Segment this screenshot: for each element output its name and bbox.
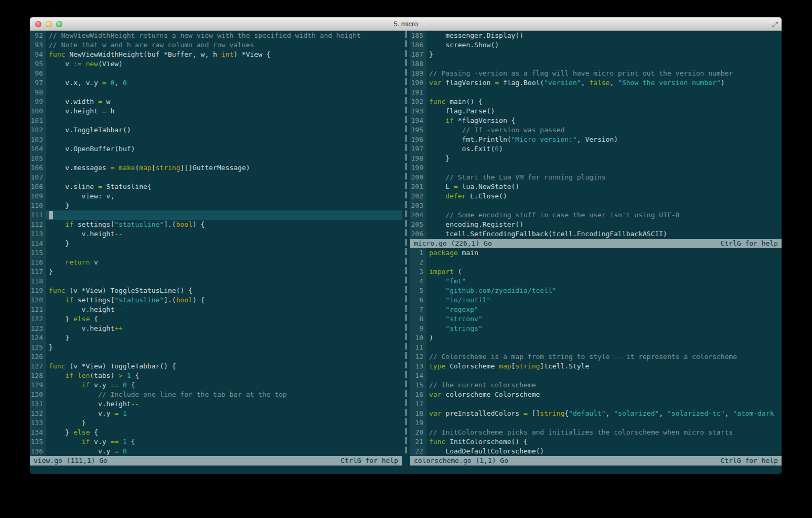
code-line[interactable]: 135 if v.y == 1 {	[30, 437, 402, 447]
code-line[interactable]: 105	[30, 154, 402, 163]
command-line[interactable]	[30, 466, 782, 474]
code-line[interactable]: 199	[410, 163, 782, 173]
code-line[interactable]: 4 "fmt"	[410, 277, 782, 286]
code-token: map	[499, 362, 511, 370]
code-line[interactable]: 195 // If -version was passed	[410, 125, 782, 135]
code-line[interactable]: 187}	[410, 50, 782, 59]
code-line[interactable]: 189// Passing -version as a flag will ha…	[410, 69, 782, 78]
code-line[interactable]: 185 messenger.Display()	[410, 31, 782, 40]
pane-micro-go[interactable]: 185 messenger.Display()186 screen.Show()…	[410, 31, 782, 248]
code-line[interactable]: 115	[30, 248, 402, 258]
code-line[interactable]: 113 v.height--	[30, 229, 402, 239]
code-line[interactable]: 188	[410, 59, 782, 69]
code-line[interactable]: 110 }	[30, 201, 402, 210]
code-line[interactable]: 21func InitColorscheme() {	[410, 437, 782, 447]
code-line[interactable]: 94func NewViewWidthHeight(buf *Buffer, w…	[30, 50, 402, 59]
code-line[interactable]: 100 v.height = h	[30, 107, 402, 116]
code-line[interactable]: 13type Colorscheme map[string]tcell.Styl…	[410, 362, 782, 371]
code-line[interactable]: 104 v.OpenBuffer(buf)	[30, 144, 402, 154]
code-line[interactable]: 136 v.y = 0	[30, 447, 402, 456]
pane-divider[interactable]	[402, 31, 410, 466]
code-line[interactable]: 6 "io/ioutil"	[410, 295, 782, 305]
code-line[interactable]: 112 if settings["statusline"].(bool) {	[30, 220, 402, 229]
code-line[interactable]: 201 L = lua.NewState()	[410, 182, 782, 192]
code-line[interactable]: 19	[410, 418, 782, 428]
code-line[interactable]: 93// Note that w and h are raw column an…	[30, 40, 402, 50]
code-line[interactable]: 186 screen.Show()	[410, 40, 782, 50]
code-line[interactable]: 120 if settings["statusline"].(bool) {	[30, 295, 402, 305]
code-line[interactable]: 193 flag.Parse()	[410, 107, 782, 116]
code-line[interactable]: 18var preInstalledColors = []string{"def…	[410, 409, 782, 418]
code-line[interactable]: 17	[410, 399, 782, 409]
code-line[interactable]: 196 fmt.Println("Micro version:", Versio…	[410, 135, 782, 144]
code-line[interactable]: 10)	[410, 333, 782, 343]
code-line[interactable]: 118	[30, 277, 402, 286]
code-line[interactable]: 117}	[30, 267, 402, 277]
code-line[interactable]: 98	[30, 88, 402, 97]
code-line[interactable]: 109 view: v,	[30, 192, 402, 201]
code-line[interactable]: 132 v.y = 1	[30, 409, 402, 418]
code-line[interactable]: 129 if v.y == 0 {	[30, 380, 402, 390]
pane-view-go[interactable]: 92// NewViewWidthHeight returns a new vi…	[30, 31, 402, 466]
code-line[interactable]: 123 v.height++	[30, 324, 402, 333]
code-line[interactable]: 202 defer L.Close()	[410, 192, 782, 201]
code-line[interactable]: 128 if len(tabs) > 1 {	[30, 371, 402, 380]
code-line[interactable]: 99 v.width = w	[30, 97, 402, 107]
code-line[interactable]: 103	[30, 135, 402, 144]
code-line[interactable]: 119func (v *View) ToggleStatusLine() {	[30, 286, 402, 295]
resize-icon[interactable]: ⤢	[772, 19, 778, 29]
code-line[interactable]: 102 v.ToggleTabbar()	[30, 125, 402, 135]
code-line[interactable]: 92// NewViewWidthHeight returns a new vi…	[30, 31, 402, 40]
code-line[interactable]: 191	[410, 88, 782, 97]
code-line[interactable]: 126	[30, 352, 402, 362]
code-line[interactable]: 9 "strings"	[410, 324, 782, 333]
code-line[interactable]: 124 }	[30, 333, 402, 343]
code-line[interactable]: 20// InitColorscheme picks and initializ…	[410, 428, 782, 437]
code-line[interactable]: 2	[410, 258, 782, 267]
code-line[interactable]: 97 v.x, v.y = 0, 0	[30, 78, 402, 88]
code-line[interactable]: 206 tcell.SetEncodingFallback(tcell.Enco…	[410, 229, 782, 239]
code-line[interactable]: 7 "regexp"	[410, 305, 782, 314]
code-line[interactable]: 107	[30, 173, 402, 182]
code-line[interactable]: 5 "github.com/zyedidia/tcell"	[410, 286, 782, 295]
code-line[interactable]: 130 // Include one line for the tab bar …	[30, 390, 402, 399]
code-line[interactable]: 204 // Some encoding stuff in case the u…	[410, 210, 782, 220]
code-line[interactable]: 96	[30, 69, 402, 78]
code-area-view-go[interactable]: 92// NewViewWidthHeight returns a new vi…	[30, 31, 402, 456]
code-area-colorscheme-go[interactable]: 1package main23import (4 "fmt"5 "github.…	[410, 248, 782, 456]
code-line[interactable]: 111	[30, 210, 402, 220]
code-line[interactable]: 203	[410, 201, 782, 210]
code-line[interactable]: 121 v.height--	[30, 305, 402, 314]
code-line[interactable]: 114 }	[30, 239, 402, 248]
code-line[interactable]: 101	[30, 116, 402, 125]
code-line[interactable]: 127func (v *View) ToggleTabbar() {	[30, 362, 402, 371]
code-line[interactable]: 12// Colorscheme is a map from string to…	[410, 352, 782, 362]
code-line[interactable]: 22 LoadDefaultColorscheme()	[410, 447, 782, 456]
code-line[interactable]: 125}	[30, 343, 402, 352]
code-line[interactable]: 133 }	[30, 418, 402, 428]
code-line[interactable]: 134 } else {	[30, 428, 402, 437]
code-line[interactable]: 198 }	[410, 154, 782, 163]
code-line[interactable]: 95 v := new(View)	[30, 59, 402, 69]
code-line[interactable]: 3import (	[410, 267, 782, 277]
code-line[interactable]: 192func main() {	[410, 97, 782, 107]
code-line[interactable]: 8 "strconv"	[410, 314, 782, 324]
title-bar[interactable]: 5. micro ⤢	[30, 17, 782, 31]
code-line[interactable]: 200 // Start the Lua VM for running plug…	[410, 173, 782, 182]
code-line[interactable]: 190var flagVersion = flag.Bool("version"…	[410, 78, 782, 88]
code-line[interactable]: 197 os.Exit(0)	[410, 144, 782, 154]
code-line[interactable]: 108 v.sline = Statusline{	[30, 182, 402, 192]
code-line[interactable]: 1package main	[410, 248, 782, 258]
pane-colorscheme-go[interactable]: 1package main23import (4 "fmt"5 "github.…	[410, 248, 782, 466]
code-line[interactable]: 11	[410, 343, 782, 352]
code-line[interactable]: 205 encoding.Register()	[410, 220, 782, 229]
code-line[interactable]: 116 return v	[30, 258, 402, 267]
code-line[interactable]: 131 v.height--	[30, 399, 402, 409]
code-line[interactable]: 122 } else {	[30, 314, 402, 324]
code-area-micro-go[interactable]: 185 messenger.Display()186 screen.Show()…	[410, 31, 782, 239]
code-line[interactable]: 14	[410, 371, 782, 380]
code-line[interactable]: 194 if *flagVersion {	[410, 116, 782, 125]
code-line[interactable]: 16var colorscheme Colorscheme	[410, 390, 782, 399]
code-line[interactable]: 15// The current colorscheme	[410, 380, 782, 390]
code-line[interactable]: 106 v.messages = make(map[string][]Gutte…	[30, 163, 402, 173]
